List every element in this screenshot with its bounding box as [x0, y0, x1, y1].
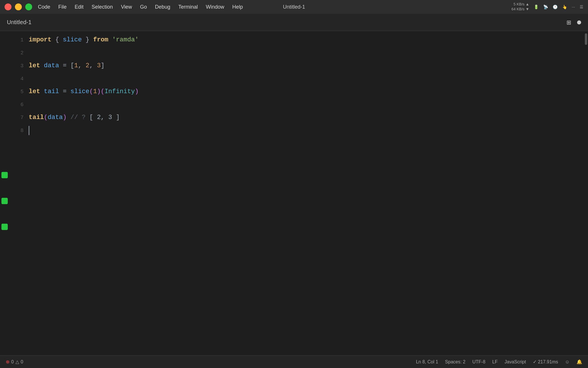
status-left: ⊗ 0 △ 0: [6, 359, 23, 365]
ellipsis-icon[interactable]: ···: [572, 5, 575, 9]
feedback-icon[interactable]: ☺: [565, 359, 570, 365]
code-line-3: let data = [ 1 , 2 , 3 ]: [26, 59, 584, 72]
notifications-icon[interactable]: 🔔: [577, 359, 582, 365]
traffic-lights: [5, 3, 32, 10]
code-line-4: [26, 72, 584, 85]
status-bar: ⊗ 0 △ 0 Ln 8, Col 1 Spaces: 2 UTF-8 LF J…: [0, 355, 588, 368]
menu-terminal[interactable]: Terminal: [178, 4, 198, 10]
var-tail: tail: [44, 85, 59, 98]
keyword-let-2: let: [29, 85, 40, 98]
comment-result: [ 2, 3 ]: [89, 111, 120, 124]
menu-selection[interactable]: Selection: [92, 4, 113, 10]
encoding[interactable]: UTF-8: [472, 359, 485, 365]
titlebar: Code File Edit Selection View Go Debug T…: [0, 0, 588, 14]
menu-window[interactable]: Window: [206, 4, 224, 10]
menu-help[interactable]: Help: [232, 4, 243, 10]
menu-code[interactable]: Code: [38, 4, 50, 10]
menu-view[interactable]: View: [121, 4, 132, 10]
builtin-infinity: Infinity: [105, 85, 135, 98]
fn-tail-call: tail: [29, 111, 44, 124]
code-line-7: tail ( data ) // ? [ 2, 3 ]: [26, 111, 584, 124]
scrollbar-track[interactable]: [584, 31, 588, 355]
keyword-import: import: [29, 33, 51, 46]
minimize-button[interactable]: [15, 3, 22, 10]
menu-file[interactable]: File: [58, 4, 67, 10]
line-number-4: 4: [16, 76, 24, 82]
var-data: data: [44, 59, 59, 72]
clock-icon: 🕐: [553, 5, 558, 9]
line-number-6: 6: [16, 102, 24, 108]
code-area[interactable]: 1 2 3 4 5 6 7 8 import { slice } from 'r…: [0, 31, 588, 355]
line-number-5: 5: [16, 89, 24, 95]
keyword-let-1: let: [29, 59, 40, 72]
code-line-6: [26, 98, 584, 111]
breakpoint-3[interactable]: [1, 172, 8, 178]
code-line-5: let tail = slice ( 1 ) ( Infinity ): [26, 85, 584, 98]
warning-count[interactable]: 0: [21, 359, 23, 365]
editor-container: Untitled-1 ⊞ 1: [0, 14, 588, 368]
language-mode[interactable]: JavaScript: [504, 359, 526, 365]
breakpoint-column: [0, 31, 9, 355]
arg-data: data: [48, 111, 63, 124]
list-icon[interactable]: ☰: [580, 5, 583, 9]
line-ending[interactable]: LF: [492, 359, 498, 365]
touchid-icon: 👆: [562, 5, 567, 9]
scrollbar-thumb[interactable]: [585, 33, 587, 45]
keyword-from: from: [93, 33, 108, 46]
editor-header-right: ⊞: [566, 19, 581, 26]
fn-slice: slice: [70, 85, 89, 98]
tab-title[interactable]: Untitled-1: [7, 19, 32, 26]
code-line-8: [26, 124, 584, 137]
code-line-2: [26, 46, 584, 59]
titlebar-right: 5 KB/s ▲ 64 KB/s ▼ 🔋 📡 🕐 👆 ··· ☰: [511, 2, 583, 12]
line-number-1: 1: [16, 37, 24, 43]
timing[interactable]: ✓ 217.91ms: [533, 359, 558, 365]
comment-q: // ?: [67, 111, 89, 124]
error-icon: ⊗: [6, 359, 9, 365]
code-editor[interactable]: import { slice } from 'ramda' let data =…: [26, 31, 584, 355]
line-number-7: 7: [16, 115, 24, 120]
more-options-icon[interactable]: [577, 20, 581, 24]
menu-edit[interactable]: Edit: [75, 4, 84, 10]
error-count[interactable]: 0: [11, 359, 14, 365]
network-speed: 5 KB/s ▲ 64 KB/s ▼: [511, 2, 529, 12]
battery-icon: 🔋: [534, 5, 539, 9]
line-number-3: 3: [16, 63, 24, 69]
window-title: Untitled-1: [283, 4, 305, 10]
breakpoint-7[interactable]: [1, 224, 8, 230]
maximize-button[interactable]: [25, 3, 32, 10]
indentation[interactable]: Spaces: 2: [445, 359, 465, 365]
warning-icon: △: [16, 359, 19, 365]
menu-debug[interactable]: Debug: [155, 4, 170, 10]
string-ramda: 'ramda': [112, 33, 138, 46]
code-line-1: import { slice } from 'ramda': [26, 33, 584, 46]
close-button[interactable]: [5, 3, 11, 10]
editor-header: Untitled-1 ⊞: [0, 14, 588, 31]
menu-go[interactable]: Go: [140, 4, 147, 10]
cursor-position[interactable]: Ln 8, Col 1: [416, 359, 438, 365]
menu-bar: Code File Edit Selection View Go Debug T…: [38, 4, 243, 10]
line-number-8: 8: [16, 128, 24, 133]
identifier-slice: slice: [63, 33, 82, 46]
line-number-2: 2: [16, 50, 24, 56]
airdrop-icon: 📡: [543, 5, 548, 9]
breakpoint-5[interactable]: [1, 198, 8, 204]
status-right: Ln 8, Col 1 Spaces: 2 UTF-8 LF JavaScrip…: [416, 359, 582, 365]
split-editor-icon[interactable]: ⊞: [566, 19, 571, 26]
line-numbers-gutter: 1 2 3 4 5 6 7 8: [9, 31, 26, 355]
cursor: [29, 126, 29, 135]
